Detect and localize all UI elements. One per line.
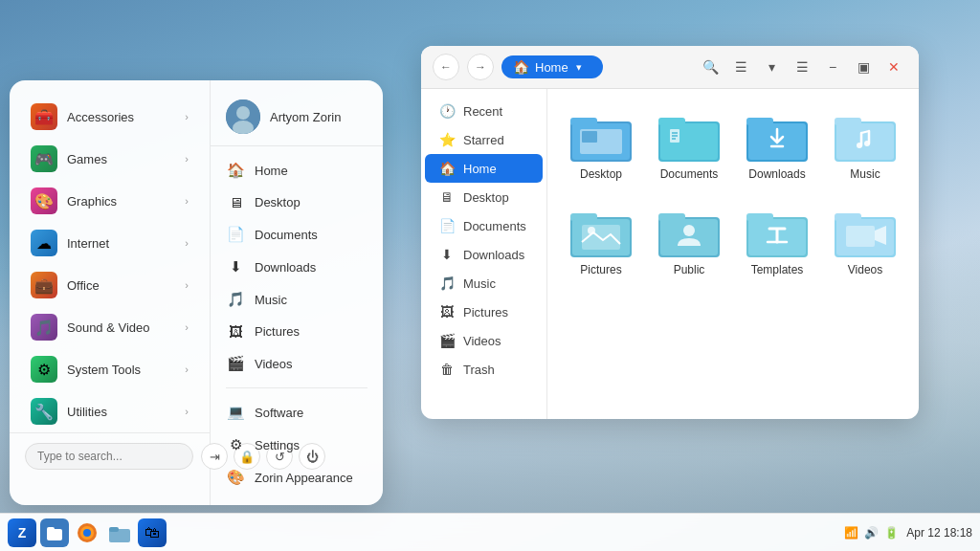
- right-menu-software[interactable]: 💻 Software: [211, 396, 383, 429]
- sidebar-item-videos[interactable]: 🎬 Videos: [425, 326, 543, 355]
- battery-icon: 🔋: [884, 526, 899, 540]
- folder-taskbar-icon[interactable]: [105, 518, 134, 547]
- folder-downloads-label: Downloads: [748, 167, 805, 181]
- right-menu-desktop[interactable]: 🖥 Desktop: [211, 187, 383, 218]
- file-manager-titlebar: ← → 🏠 Home ▾ 🔍 ☰ ▾ ☰ − ▣ ✕: [421, 46, 919, 89]
- folder-music[interactable]: Music: [827, 104, 903, 188]
- maximize-button[interactable]: ▣: [850, 54, 877, 80]
- folder-videos[interactable]: Videos: [827, 200, 903, 284]
- system-tools-icon: ⚙: [31, 356, 57, 383]
- folder-documents[interactable]: Documents: [651, 104, 727, 188]
- right-software-icon: 💻: [226, 404, 245, 421]
- svg-point-29: [683, 225, 695, 236]
- right-menu-zorin-appearance[interactable]: 🎨 Zorin Appearance: [211, 461, 383, 494]
- minimize-button[interactable]: −: [819, 54, 846, 80]
- utilities-label: Utilities: [67, 405, 175, 419]
- right-home-label: Home: [255, 164, 288, 178]
- firefox-taskbar-icon[interactable]: [73, 518, 101, 547]
- system-tools-arrow-icon: ›: [185, 364, 189, 375]
- sidebar-item-pictures[interactable]: 🖼 Pictures: [425, 298, 543, 326]
- forward-button[interactable]: →: [467, 54, 494, 80]
- right-music-icon: 🎵: [226, 291, 245, 308]
- folder-templates[interactable]: Templates: [739, 200, 815, 284]
- right-menu-downloads[interactable]: ⬇ Downloads: [211, 251, 383, 283]
- sidebar-label-downloads: Downloads: [463, 248, 524, 262]
- right-menu-documents[interactable]: 📄 Documents: [211, 218, 383, 251]
- svg-point-20: [864, 141, 870, 146]
- sidebar-item-starred[interactable]: ⭐ Starred: [425, 125, 543, 154]
- desktop-sidebar-icon: 🖥: [438, 189, 456, 205]
- folder-public[interactable]: Public: [651, 200, 727, 284]
- right-videos-icon: 🎬: [226, 355, 245, 372]
- sidebar-item-downloads[interactable]: ⬇ Downloads: [425, 240, 543, 269]
- internet-icon: ☁: [31, 230, 57, 256]
- right-menu-home[interactable]: 🏠 Home: [211, 154, 383, 187]
- sound-video-arrow-icon: ›: [185, 321, 189, 333]
- right-menu-settings[interactable]: ⚙ Settings: [211, 429, 383, 461]
- sidebar-item-music[interactable]: 🎵 Music: [425, 269, 543, 298]
- folder-public-icon: [658, 208, 720, 257]
- documents-sidebar-icon: 📄: [438, 218, 456, 233]
- sidebar-label-music: Music: [463, 276, 496, 291]
- menu-item-utilities[interactable]: 🔧 Utilities ›: [15, 390, 204, 432]
- view-toggle-button[interactable]: ▾: [758, 54, 785, 80]
- svg-rect-45: [109, 527, 119, 532]
- file-manager-sidebar: 🕐 Recent ⭐ Starred 🏠 Home 🖥 Desktop 📄 Do…: [421, 89, 547, 419]
- folder-pictures-icon: [570, 208, 632, 257]
- right-documents-label: Documents: [255, 228, 318, 242]
- toolbar-buttons: 🔍 ☰ ▾ ☰ − ▣ ✕: [697, 54, 907, 80]
- files-taskbar-icon[interactable]: [40, 518, 69, 547]
- menu-item-accessories[interactable]: 🧰 Accessories ›: [15, 96, 204, 138]
- sidebar-item-documents[interactable]: 📄 Documents: [425, 211, 543, 240]
- menu-item-graphics[interactable]: 🎨 Graphics ›: [15, 180, 204, 222]
- svg-rect-28: [660, 219, 718, 255]
- music-sidebar-icon: 🎵: [438, 276, 456, 291]
- sidebar-item-home[interactable]: 🏠 Home: [425, 154, 543, 183]
- accessories-icon: 🧰: [31, 103, 57, 130]
- search-button[interactable]: 🔍: [697, 54, 724, 80]
- right-music-label: Music: [255, 293, 287, 307]
- downloads-sidebar-icon: ⬇: [438, 247, 456, 262]
- menu-item-games[interactable]: 🎮 Games ›: [15, 138, 204, 180]
- menu-item-internet[interactable]: ☁ Internet ›: [15, 222, 204, 264]
- right-desktop-icon: 🖥: [226, 194, 245, 210]
- svg-point-43: [83, 529, 91, 537]
- menu-item-system-tools[interactable]: ⚙ System Tools ›: [15, 348, 204, 390]
- sidebar-label-home: Home: [463, 162, 497, 176]
- sidebar-item-desktop[interactable]: 🖥 Desktop: [425, 183, 543, 211]
- file-manager-body: 🕐 Recent ⭐ Starred 🏠 Home 🖥 Desktop 📄 Do…: [421, 89, 919, 419]
- folder-pictures-label: Pictures: [580, 263, 621, 276]
- right-menu-music[interactable]: 🎵 Music: [211, 283, 383, 316]
- office-label: Office: [67, 278, 175, 293]
- right-menu-pictures[interactable]: 🖼 Pictures: [211, 316, 383, 347]
- utilities-icon: 🔧: [31, 398, 57, 425]
- sidebar-item-trash[interactable]: 🗑 Trash: [425, 355, 543, 384]
- menu-item-sound-video[interactable]: 🎵 Sound & Video ›: [15, 306, 204, 348]
- menu-item-office[interactable]: 💼 Office ›: [15, 264, 204, 306]
- internet-arrow-icon: ›: [185, 237, 189, 249]
- folder-desktop-label: Desktop: [580, 167, 622, 181]
- right-documents-icon: 📄: [226, 226, 245, 243]
- pictures-sidebar-icon: 🖼: [438, 304, 456, 320]
- address-bar[interactable]: 🏠 Home ▾: [501, 55, 603, 78]
- close-button[interactable]: ✕: [880, 54, 907, 80]
- right-desktop-label: Desktop: [255, 195, 301, 209]
- taskbar-left: Z 🛍: [8, 518, 844, 547]
- folder-desktop[interactable]: Desktop: [563, 104, 639, 188]
- folder-pictures[interactable]: Pictures: [563, 200, 639, 284]
- back-button[interactable]: ←: [433, 54, 459, 80]
- store-taskbar-icon[interactable]: 🛍: [138, 518, 167, 547]
- zorin-logo-button[interactable]: Z: [8, 518, 36, 547]
- menu-button[interactable]: ☰: [789, 54, 815, 80]
- addr-chevron-icon: ▾: [576, 61, 582, 74]
- folder-downloads[interactable]: Downloads: [739, 104, 815, 188]
- sidebar-label-desktop: Desktop: [463, 190, 509, 205]
- games-arrow-icon: ›: [185, 153, 189, 165]
- sidebar-item-recent[interactable]: 🕐 Recent: [425, 97, 543, 125]
- search-input[interactable]: [25, 443, 193, 470]
- accessories-label: Accessories: [67, 110, 175, 124]
- sidebar-label-videos: Videos: [463, 334, 501, 348]
- trash-sidebar-icon: 🗑: [438, 362, 456, 377]
- view-list-button[interactable]: ☰: [727, 54, 754, 80]
- right-menu-videos[interactable]: 🎬 Videos: [211, 347, 383, 380]
